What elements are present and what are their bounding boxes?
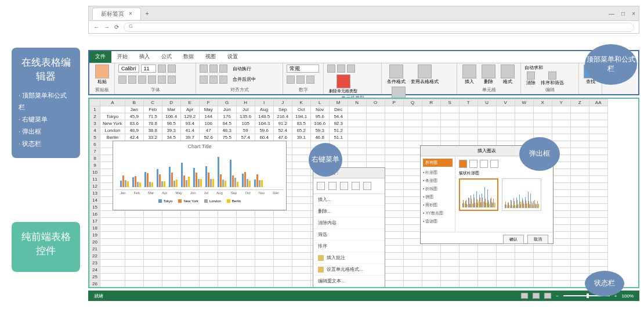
insert-cell-button[interactable]: 插入 [462, 64, 476, 85]
col-header[interactable]: G [218, 99, 236, 106]
cell[interactable] [310, 288, 329, 289]
cell[interactable]: 148.5 [255, 113, 273, 120]
cell[interactable] [589, 106, 607, 113]
cell[interactable] [162, 260, 180, 267]
number-format-select[interactable]: 常规 [287, 64, 319, 73]
ribbon-tab-6[interactable]: 设置 [222, 51, 244, 63]
dialog-sidebar-item[interactable]: ▪ 面积图 [423, 201, 453, 209]
cell[interactable] [570, 162, 589, 169]
cell[interactable] [570, 197, 589, 204]
cell[interactable] [440, 113, 459, 120]
cell[interactable]: 39.1 [292, 134, 310, 141]
cell[interactable] [218, 260, 236, 267]
embedded-chart[interactable]: Chart Title JanFebMarAprMayJunJulAugSepO… [113, 141, 287, 210]
cell[interactable] [292, 239, 310, 246]
cell[interactable] [255, 232, 273, 239]
cell[interactable] [348, 113, 366, 120]
cell[interactable] [385, 148, 403, 155]
cell[interactable]: Jul [236, 106, 255, 113]
context-menu-item[interactable]: 清除内容 [313, 217, 385, 229]
paste-button[interactable]: 粘贴 [95, 64, 109, 85]
row-header[interactable]: 9 [90, 162, 100, 169]
cell[interactable]: 52.4 [273, 127, 292, 134]
cell[interactable] [199, 246, 218, 253]
cell[interactable] [199, 281, 218, 288]
view-break-icon[interactable] [544, 293, 551, 299]
cell[interactable] [292, 274, 310, 281]
cell[interactable] [440, 253, 459, 260]
cell[interactable] [403, 162, 422, 169]
format-cell-button[interactable]: 格式 [501, 64, 515, 85]
cell[interactable] [255, 218, 273, 225]
cell[interactable] [180, 274, 199, 281]
cell[interactable] [515, 288, 533, 289]
cell[interactable] [199, 211, 218, 218]
cell[interactable] [348, 141, 366, 148]
cell[interactable] [143, 267, 162, 274]
cell[interactable] [589, 232, 607, 239]
cell[interactable] [477, 267, 496, 274]
cell[interactable] [552, 120, 570, 127]
cell[interactable] [385, 218, 403, 225]
cell[interactable]: 34.5 [162, 134, 180, 141]
cell[interactable]: 47.6 [273, 134, 292, 141]
cell[interactable] [366, 148, 385, 155]
col-header[interactable]: C [143, 99, 162, 106]
cell[interactable] [385, 113, 403, 120]
cell[interactable] [589, 134, 607, 141]
cell[interactable] [589, 183, 607, 190]
col-header[interactable]: O [366, 99, 385, 106]
cell[interactable]: 95.6 [310, 113, 329, 120]
dialog-sidebar-item[interactable]: ▪ 饼图 [423, 193, 453, 201]
cell[interactable] [403, 113, 422, 120]
cell[interactable] [125, 253, 143, 260]
cell[interactable] [515, 106, 533, 113]
cell[interactable]: 48.3 [218, 127, 236, 134]
cell[interactable] [552, 281, 570, 288]
cell[interactable] [143, 225, 162, 232]
cell[interactable] [366, 113, 385, 120]
cell[interactable] [366, 141, 385, 148]
cell[interactable] [292, 197, 310, 204]
maximize-icon[interactable]: □ [621, 10, 625, 17]
cell[interactable] [552, 246, 570, 253]
cell[interactable]: 98.5 [162, 120, 180, 127]
cell[interactable]: 57.4 [236, 134, 255, 141]
cell[interactable] [515, 120, 533, 127]
ribbon-tab-5[interactable]: 视图 [200, 51, 222, 63]
paste-option-icon-2[interactable] [328, 182, 337, 190]
cell[interactable] [162, 274, 180, 281]
cell[interactable] [385, 162, 403, 169]
cell[interactable] [255, 225, 273, 232]
cell[interactable] [570, 190, 589, 197]
cell[interactable] [422, 127, 440, 134]
cell[interactable] [552, 253, 570, 260]
cell[interactable] [496, 106, 515, 113]
cell[interactable] [403, 183, 422, 190]
cell[interactable] [552, 232, 570, 239]
cell[interactable] [403, 211, 422, 218]
cell[interactable] [589, 190, 607, 197]
cell[interactable] [180, 232, 199, 239]
row-header[interactable]: 17 [90, 218, 100, 225]
celltype-icon-3[interactable] [347, 64, 355, 73]
chart-type-icon-3[interactable] [480, 160, 488, 168]
cell[interactable] [348, 155, 366, 162]
cell[interactable]: 54.4 [329, 113, 348, 120]
cell[interactable] [292, 183, 310, 190]
cell[interactable] [255, 274, 273, 281]
cell[interactable]: 105 [236, 120, 255, 127]
cell[interactable] [273, 267, 292, 274]
col-header[interactable]: X [533, 99, 552, 106]
cell[interactable] [100, 253, 125, 260]
cell[interactable] [552, 274, 570, 281]
close-icon[interactable]: × [632, 10, 635, 17]
cell[interactable] [385, 169, 403, 176]
cell[interactable] [570, 106, 589, 113]
cell[interactable] [496, 134, 515, 141]
cell[interactable] [143, 246, 162, 253]
cell[interactable] [403, 239, 422, 246]
cell[interactable] [385, 274, 403, 281]
cell[interactable] [143, 260, 162, 267]
cell[interactable] [515, 127, 533, 134]
